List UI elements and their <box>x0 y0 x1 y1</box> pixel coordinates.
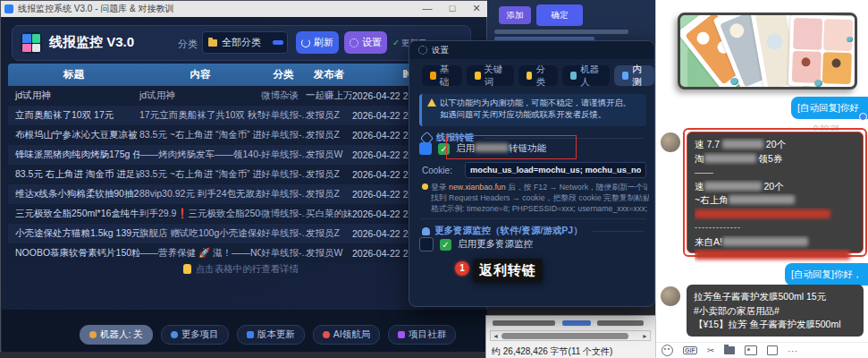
tip-text: 登录 <box>431 183 449 192</box>
scroll-right-arrow[interactable]: ► <box>642 333 648 339</box>
column-header[interactable]: 发布者 <box>306 68 352 81</box>
msg-link-line[interactable] <box>695 208 855 222</box>
robot-toggle-button[interactable]: 机器人: 关 <box>80 325 153 345</box>
msg-line: #小卖部の家居用品# <box>694 304 856 319</box>
cell-content: 到手29.9❗三元极致全脂250ml*16... <box>139 208 261 220</box>
msg-link-line[interactable] <box>695 249 855 263</box>
back-ok-button[interactable]: 确定 <box>536 4 583 26</box>
avatar[interactable] <box>661 132 680 152</box>
cell-title: 三元极致全脂250ml*16盒纯牛奶 29... <box>8 208 139 220</box>
emoji-icon[interactable] <box>662 345 673 356</box>
minimize-button[interactable]: — <box>417 3 437 13</box>
category-select-value: 全部分类 <box>222 36 261 49</box>
cookie-input[interactable]: mochu_us_load=mochu_us; mochu_us_notice <box>465 162 646 178</box>
censored-text <box>722 140 763 149</box>
column-header[interactable]: 标题 <box>8 68 139 81</box>
window-capture-icon[interactable] <box>767 345 778 355</box>
image-icon[interactable] <box>745 345 757 355</box>
section-more-resources-title: 更多资源监控（软件/资源/游戏PJ） <box>434 225 583 237</box>
refresh-button[interactable]: 刷新 <box>296 31 339 54</box>
ai-robot-icon <box>323 331 330 338</box>
scrollbar-thumb[interactable] <box>501 333 628 339</box>
screenshot-scissors-icon[interactable]: ✂ <box>707 345 714 357</box>
maximize-button[interactable]: □ <box>442 3 462 13</box>
msg-text: 领5券 <box>758 153 782 164</box>
checkbox-blue[interactable] <box>419 142 432 155</box>
censored-text <box>704 154 756 163</box>
gear-icon <box>418 46 427 55</box>
section-more-resources: 更多资源监控（软件/资源/游戏PJ） <box>422 225 644 237</box>
msg-line: 速 7.7 20个 <box>695 138 855 152</box>
deal-message-bubble[interactable]: 拉芳鱼子酱膏护发膜500ml 15元 #小卖部の家居用品# 【¥15】拉芳 鱼子… <box>687 285 864 337</box>
back-ok-label: 确定 <box>552 10 569 21</box>
auto-reply-bubble[interactable]: [自动回复]你好，我现 <box>791 97 868 119</box>
tab-basic-label: 基础 <box>440 64 454 89</box>
cell-category: 好单线报-... <box>261 109 306 122</box>
auto-reply-bubble[interactable]: [自动回复]你好，我现 <box>785 263 868 286</box>
close-button[interactable]: ✕ <box>467 3 486 14</box>
community-icon <box>398 331 405 338</box>
robot-icon <box>570 72 577 80</box>
tip-link: new.xianbao.fun <box>449 183 506 192</box>
file-folder-icon[interactable] <box>724 346 735 354</box>
selection-dot[interactable] <box>859 113 867 121</box>
back-add-label: 添加 <box>507 10 524 21</box>
dialog-tabs: 基础 关键词 分类 机器人 内测 <box>422 65 654 86</box>
msg-separator: ------------- <box>695 221 855 235</box>
cell-title: 立而奥船袜了10双 17元 <box>8 109 139 122</box>
product-image[interactable] <box>678 13 857 90</box>
avatar[interactable] <box>661 286 680 306</box>
redacted-text-bar <box>597 320 644 326</box>
checkbox-checked-icon[interactable]: ✓ <box>440 239 451 251</box>
cell-category: 好单线报-... <box>261 247 306 260</box>
cell-content: 83.5元 ~右上角进 “淘金币” 进足迹... <box>139 168 261 181</box>
column-header[interactable]: 分类 <box>261 68 306 81</box>
tab-category[interactable]: 分类 <box>518 65 559 86</box>
back-add-button[interactable]: 添加 <box>499 6 531 24</box>
msg-text: 速 <box>695 181 704 192</box>
droplet <box>847 37 853 42</box>
msg-line: 来自A! <box>695 235 855 250</box>
more-options-icon[interactable]: ··· <box>788 345 797 357</box>
settings-button[interactable]: 设置 <box>344 31 387 54</box>
tab-basic[interactable]: 基础 <box>422 65 462 86</box>
gif-icon[interactable]: GIF <box>683 346 697 354</box>
refresh-icon <box>301 38 310 47</box>
droplet <box>814 80 822 87</box>
divider <box>419 218 646 219</box>
tab-keywords[interactable]: 关键词 <box>467 65 514 86</box>
column-header[interactable]: 内容 <box>139 68 261 81</box>
tab-robot[interactable]: 机器人 <box>562 65 610 86</box>
category-select[interactable]: 全部分类 <box>202 31 288 54</box>
beta-warning-box: 以下功能均为内测功能，可能不稳定，请谨慎开启。 如遇问题可关闭对应功能或联系开发… <box>419 94 646 126</box>
community-button[interactable]: 项目社群 <box>388 325 456 345</box>
horizontal-scrollbar[interactable]: ◄ ► <box>490 330 651 341</box>
scroll-left-arrow[interactable]: ◄ <box>493 333 499 339</box>
dialog-titlebar[interactable]: 设置 <box>409 41 654 59</box>
version-update-button[interactable]: 版本更新 <box>237 325 305 345</box>
cell-publisher: 发报员Z <box>306 227 352 240</box>
bulb-icon <box>422 183 428 190</box>
checkbox-unchecked[interactable] <box>419 237 434 251</box>
censored-text <box>729 195 795 204</box>
msg-line: 【¥15】拉芳 鱼子酱膏护发膜500ml <box>694 318 856 332</box>
cell-publisher: 发报员W <box>306 149 352 161</box>
tip-line1: 登录 new.xianbao.fun 后，按 F12 → Network，随便刷… <box>422 182 647 192</box>
tab-beta[interactable]: 内测 <box>614 65 654 86</box>
cell-category: 好单线报-... <box>261 129 306 141</box>
robot-icon <box>89 331 97 338</box>
window-title: 线报监控系统 V3.0 - 问题库 & 对接教训 <box>18 3 173 15</box>
deal-message-bubble[interactable]: 速 7.7 20个 淘 领5券 —— 速 20个 ~右上角 ----------… <box>687 132 864 253</box>
tab-beta-label: 内测 <box>632 64 646 89</box>
more-projects-label: 更多项目 <box>181 328 219 341</box>
more-projects-button[interactable]: 更多项目 <box>161 325 229 345</box>
status-bar-text: 约 26,428,426 字节(11 个文件) <box>492 345 653 358</box>
main-titlebar[interactable]: 线报监控系统 V3.0 - 问题库 & 对接教训 <box>1 1 488 17</box>
tip-line3: 格式示例: timezone=8; PHPSESSID=xxx; usernam… <box>431 203 649 214</box>
file-explorer-fragment: ◄ ► 约 26,428,426 字节(11 个文件) <box>485 315 655 358</box>
enable-more-monitor-row: ✓ 启用更多资源监控 <box>419 237 533 251</box>
version-update-label: 版本更新 <box>257 328 295 341</box>
ai-nav-button[interactable]: AI领航局 <box>313 325 380 345</box>
flame-icon <box>430 72 436 80</box>
tip-line2: 找到 Request Headers → cookie，把整段 cookie 完… <box>431 192 649 203</box>
